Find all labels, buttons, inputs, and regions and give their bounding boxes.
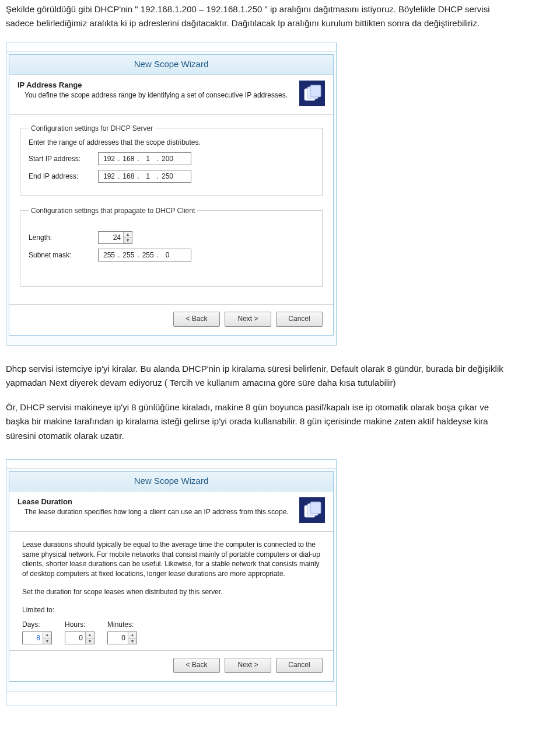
paragraph-3: Ör, DHCP servisi makineye ip'yi 8 günlüğ… — [0, 398, 560, 451]
hours-label: Hours: — [65, 620, 94, 630]
ip-seg[interactable]: 168 — [121, 170, 135, 182]
caret-down-icon[interactable]: ▼ — [128, 639, 136, 644]
caret-up-icon[interactable]: ▲ — [86, 632, 94, 639]
caret-up-icon[interactable]: ▲ — [124, 232, 132, 238]
svg-rect-2 — [310, 85, 321, 97]
length-stepper[interactable]: 24 ▲ ▼ — [98, 231, 132, 244]
wizard-body: Lease durations should typically be equa… — [9, 532, 333, 651]
paragraph-1: Şekilde görüldüğü gibi DHCP'nin " 192.16… — [0, 0, 560, 39]
start-ip-input[interactable]: 192. 168. 1. 200 — [98, 152, 191, 165]
lease-paragraph-2: Set the duration for scope leases when d… — [22, 587, 320, 597]
wizard-titlebar: New Scope Wizard — [9, 55, 333, 75]
group-dhcp-server-legend: Configuration settings for DHCP Server — [29, 124, 155, 132]
wizard-buttons: < Back Next > Cancel — [9, 650, 333, 681]
caret-up-icon[interactable]: ▲ — [43, 632, 51, 639]
paragraph-2: Dhcp servisi istemciye ip'yi kiralar. Bu… — [0, 349, 560, 399]
caret-up-icon[interactable]: ▲ — [128, 632, 136, 639]
minutes-column: Minutes: 0 ▲ ▼ — [107, 620, 137, 645]
wizard-header-text: IP Address Range You define the scope ad… — [18, 81, 292, 106]
ip-seg[interactable]: 250 — [160, 170, 174, 182]
length-label: Length: — [29, 233, 96, 242]
ip-seg[interactable]: 192 — [102, 153, 116, 165]
end-ip-input[interactable]: 192. 168. 1. 250 — [98, 170, 191, 183]
wizard-header-text: Lease Duration The lease duration specif… — [18, 497, 292, 523]
ip-seg[interactable]: 200 — [160, 153, 174, 165]
files-icon — [299, 81, 325, 106]
para2-line2: yapmadan Next diyerek devam ediyoruz ( T… — [6, 377, 554, 389]
hours-column: Hours: 0 ▲ ▼ — [65, 620, 94, 645]
next-button[interactable]: Next > — [225, 658, 271, 673]
hours-value[interactable]: 0 — [65, 632, 85, 644]
wizard-buttons: < Back Next > Cancel — [9, 304, 333, 335]
back-button[interactable]: < Back — [173, 658, 220, 673]
days-label: Days: — [22, 620, 52, 630]
screenshot-top-strip — [6, 460, 336, 469]
minutes-stepper[interactable]: 0 ▲ ▼ — [107, 632, 137, 644]
next-button[interactable]: Next > — [225, 312, 271, 327]
para3-line3: süresini otomatik olarak uzatır. — [6, 430, 554, 442]
para1-line1: Şekilde görüldüğü gibi DHCP'nin " 192.16… — [6, 4, 554, 15]
wizard-window: New Scope Wizard IP Address Range You de… — [9, 54, 334, 336]
cancel-button[interactable]: Cancel — [276, 658, 323, 673]
subnet-mask-label: Subnet mask: — [29, 251, 96, 259]
row-start-ip: Start IP address: 192. 168. 1. 200 — [29, 152, 314, 165]
para2-line1: Dhcp servisi istemciye ip'yi kiralar. Bu… — [6, 363, 554, 375]
hours-stepper[interactable]: 0 ▲ ▼ — [65, 632, 94, 644]
wizard-header-subtitle: You define the scope address range by id… — [24, 91, 292, 99]
ip-seg[interactable]: 255 — [121, 249, 135, 261]
caret-down-icon[interactable]: ▼ — [124, 238, 132, 243]
ip-seg[interactable]: 192 — [102, 170, 116, 182]
length-value[interactable]: 24 — [99, 232, 123, 243]
group-dhcp-client-legend: Configuration settings that propagate to… — [29, 207, 197, 215]
row-length: Length: 24 ▲ ▼ — [29, 231, 314, 244]
ip-seg[interactable]: 168 — [121, 153, 135, 165]
row-subnet-mask: Subnet mask: 255. 255. 255. 0 — [29, 249, 314, 261]
days-column: Days: 8 ▲ ▼ — [22, 620, 52, 645]
para1-line2: sadece belirlediğimiz aralıkta ki ip adr… — [6, 18, 554, 29]
end-ip-label: End IP address: — [29, 172, 96, 180]
screenshot-bottom-strip — [6, 691, 336, 706]
wizard-header: IP Address Range You define the scope ad… — [9, 75, 333, 115]
start-ip-label: Start IP address: — [29, 155, 96, 163]
caret-down-icon[interactable]: ▼ — [43, 639, 51, 644]
group-dhcp-server: Configuration settings for DHCP Server E… — [20, 124, 323, 196]
limited-to-label: Limited to: — [22, 605, 320, 615]
days-stepper[interactable]: 8 ▲ ▼ — [22, 632, 52, 644]
cancel-button[interactable]: Cancel — [276, 312, 323, 327]
lease-paragraph-1: Lease durations should typically be equa… — [22, 540, 320, 579]
ip-seg[interactable]: 0 — [160, 249, 174, 261]
files-icon — [299, 497, 325, 523]
caret-down-icon[interactable]: ▼ — [86, 639, 94, 644]
wizard-titlebar: New Scope Wizard — [9, 472, 333, 491]
group-dhcp-client: Configuration settings that propagate to… — [20, 207, 323, 287]
back-button[interactable]: < Back — [173, 312, 220, 327]
para3-line2: başka bir makine tarafından ip kiralama … — [6, 416, 554, 427]
ip-seg[interactable]: 1 — [141, 170, 155, 182]
ip-seg[interactable]: 1 — [141, 153, 155, 165]
wizard-lease-duration-screenshot: New Scope Wizard Lease Duration The leas… — [6, 459, 337, 707]
group1-intro: Enter the range of addresses that the sc… — [29, 138, 314, 146]
lease-inputs-row: Days: 8 ▲ ▼ Hours: 0 ▲ — [22, 620, 320, 645]
minutes-value[interactable]: 0 — [108, 632, 128, 644]
wizard-header: Lease Duration The lease duration specif… — [9, 491, 333, 532]
row-end-ip: End IP address: 192. 168. 1. 250 — [29, 170, 314, 183]
wizard-window: New Scope Wizard Lease Duration The leas… — [9, 471, 334, 682]
wizard-header-subtitle: The lease duration specifies how long a … — [24, 508, 292, 516]
screenshot-top-strip — [6, 43, 336, 52]
wizard-ip-range-screenshot: New Scope Wizard IP Address Range You de… — [6, 43, 337, 346]
wizard-header-title: IP Address Range — [18, 81, 292, 89]
wizard-header-title: Lease Duration — [18, 497, 292, 506]
wizard-body: Configuration settings for DHCP Server E… — [9, 115, 333, 304]
svg-rect-5 — [310, 502, 321, 514]
ip-seg[interactable]: 255 — [102, 249, 116, 261]
ip-seg[interactable]: 255 — [141, 249, 155, 261]
subnet-mask-input[interactable]: 255. 255. 255. 0 — [98, 249, 191, 261]
days-value[interactable]: 8 — [23, 632, 43, 644]
minutes-label: Minutes: — [107, 620, 137, 630]
para3-line1: Ör, DHCP servisi makineye ip'yi 8 günlüğ… — [6, 402, 554, 413]
